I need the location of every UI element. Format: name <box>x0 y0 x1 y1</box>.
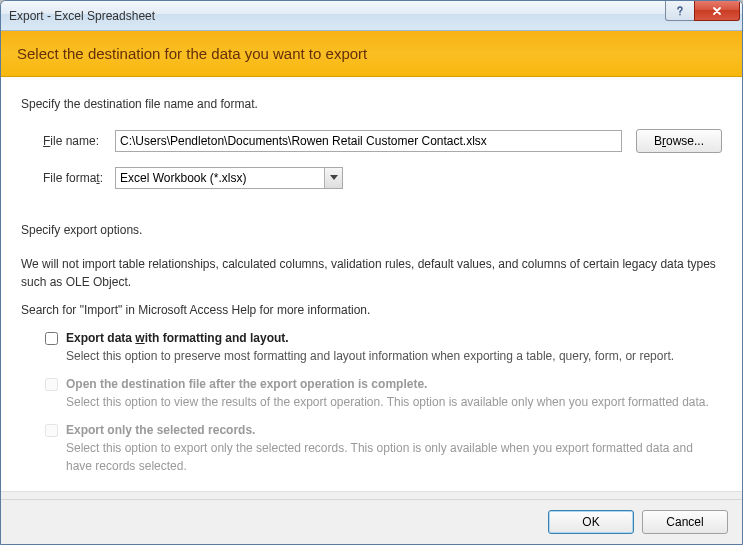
export-dialog: Export - Excel Spreadsheet Select the de… <box>0 0 743 545</box>
export-formatting-checkbox[interactable] <box>45 332 58 345</box>
format-label: File format: <box>43 169 115 187</box>
option-title: Export only the selected records. <box>66 421 722 439</box>
footer: OK Cancel <box>1 499 742 544</box>
options-section-label: Specify export options. <box>21 221 722 239</box>
option-title: Export data with formatting and layout. <box>66 329 674 347</box>
filename-label: File name: <box>43 132 115 150</box>
help-button[interactable] <box>665 1 695 21</box>
close-button[interactable] <box>694 1 740 21</box>
cancel-button[interactable]: Cancel <box>642 510 728 534</box>
separator <box>1 491 742 499</box>
option-selected-only: Export only the selected records. Select… <box>45 421 722 475</box>
format-row: File format: Excel Workbook (*.xlsx) <box>43 167 722 189</box>
help-icon <box>674 5 686 17</box>
destination-section-label: Specify the destination file name and fo… <box>21 95 722 113</box>
file-format-value: Excel Workbook (*.xlsx) <box>120 171 246 185</box>
filename-row: File name: Browse... <box>43 129 722 153</box>
option-export-formatting: Export data with formatting and layout. … <box>45 329 722 365</box>
option-desc: Select this option to export only the se… <box>66 439 722 475</box>
content-area: Specify the destination file name and fo… <box>1 77 742 491</box>
option-open-after: Open the destination file after the expo… <box>45 375 722 411</box>
open-after-checkbox <box>45 378 58 391</box>
help-hint-text: Search for "Import" in Microsoft Access … <box>21 301 722 319</box>
browse-button[interactable]: Browse... <box>636 129 722 153</box>
option-desc: Select this option to preserve most form… <box>66 347 674 365</box>
filename-input[interactable] <box>115 130 622 152</box>
window-controls <box>666 1 740 21</box>
import-warning-text: We will not import table relationships, … <box>21 255 722 291</box>
option-title: Open the destination file after the expo… <box>66 375 709 393</box>
titlebar[interactable]: Export - Excel Spreadsheet <box>1 1 742 31</box>
window-title: Export - Excel Spreadsheet <box>9 9 155 23</box>
ok-button[interactable]: OK <box>548 510 634 534</box>
selected-only-checkbox <box>45 424 58 437</box>
banner: Select the destination for the data you … <box>1 31 742 77</box>
option-desc: Select this option to view the results o… <box>66 393 709 411</box>
close-icon <box>711 5 723 17</box>
banner-heading: Select the destination for the data you … <box>17 45 726 62</box>
file-format-select[interactable]: Excel Workbook (*.xlsx) <box>115 167 343 189</box>
